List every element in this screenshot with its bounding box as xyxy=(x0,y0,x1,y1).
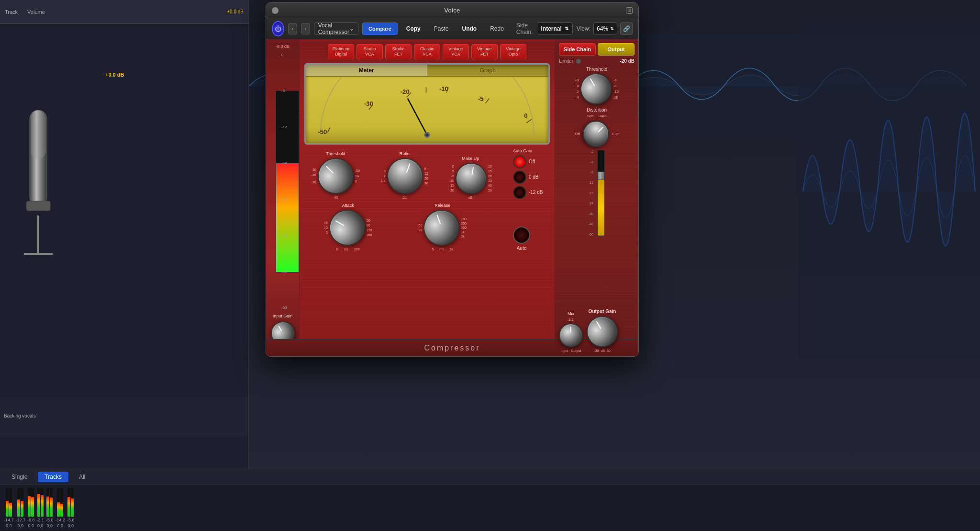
sidechain-tab[interactable]: Side Chain xyxy=(559,43,596,56)
svg-rect-4 xyxy=(26,201,50,211)
meter-fill-3l xyxy=(28,496,31,517)
auto-gain-led-3[interactable] xyxy=(513,186,526,199)
input-gain-label: Input Gain xyxy=(273,314,293,318)
sidechain-area: Side Chain: Internal ⇅ xyxy=(516,22,573,35)
svg-line-11 xyxy=(328,127,330,132)
meter-group-2: -12.7 0,0 xyxy=(16,488,26,528)
meter-bar-4r xyxy=(41,488,44,517)
attack-knob[interactable] xyxy=(323,203,371,252)
release-label: Release xyxy=(434,203,450,208)
meter-bar-6r xyxy=(60,488,63,517)
auto-gain-led-1[interactable] xyxy=(513,155,526,169)
expand-button[interactable]: ⊡ xyxy=(626,7,633,14)
output-fader-thumb[interactable] xyxy=(597,171,605,180)
level-indicator: +0.0 dB xyxy=(105,72,124,78)
auto-gain-0db-row: 0 dB xyxy=(513,170,539,184)
meter-fill-4r xyxy=(41,495,44,517)
auto-gain-0db-label: 0 dB xyxy=(529,174,539,180)
paste-button[interactable]: Paste xyxy=(429,23,454,35)
meter-val-5b: 0,0 xyxy=(47,523,53,528)
auto-gain-12db-label: -12 dB xyxy=(529,190,543,195)
sidechain-select[interactable]: Internal ⇅ xyxy=(537,23,573,35)
auto-gain-12db-row: -12 dB xyxy=(513,186,543,199)
meter-bar-1r xyxy=(9,488,12,517)
meter-fill-6r xyxy=(60,504,63,517)
limiter-row: Limiter -20 dB xyxy=(559,58,635,64)
waveform-right xyxy=(798,24,980,359)
meter-bar-7l xyxy=(67,488,70,517)
meter-bar-2r xyxy=(21,488,23,517)
view-arrows-icon: ⇅ xyxy=(610,26,614,31)
preset-selector[interactable]: Vocal Compressor ⌄ xyxy=(314,23,358,35)
close-button[interactable] xyxy=(272,7,278,14)
window-title: Voice xyxy=(444,7,460,14)
vu-meter-body: -50 -30 -20 -10 -5 0 xyxy=(306,77,548,140)
auto-button[interactable] xyxy=(513,226,530,244)
preset-vintage-fet[interactable]: Vintage FET xyxy=(471,44,498,59)
prev-button[interactable]: ‹ xyxy=(288,23,297,34)
undo-button[interactable]: Undo xyxy=(457,23,481,35)
daw-tab-all[interactable]: All xyxy=(72,472,92,482)
track-row-backing: Backing vocals xyxy=(0,397,248,435)
preset-studio-fet[interactable]: Studio FET xyxy=(385,44,412,59)
distortion-knob[interactable] xyxy=(577,115,614,153)
auto-label: Auto xyxy=(517,246,527,251)
limiter-label: Limiter xyxy=(559,58,573,64)
limiter-value: -20 dB xyxy=(620,58,635,64)
daw-tab-tracks[interactable]: Tracks xyxy=(38,472,68,482)
preset-studio-vca[interactable]: Studio VCA xyxy=(356,44,383,59)
right-threshold-knob[interactable] xyxy=(575,68,618,110)
ratio-group: Ratio 3 2 1.4 8 12 20 30 xyxy=(381,151,428,199)
track-header-label: Track xyxy=(5,9,18,15)
meter-tab[interactable]: Meter xyxy=(306,65,427,76)
compare-button[interactable]: Compare xyxy=(362,23,398,35)
output-gain-knob[interactable] xyxy=(581,310,624,353)
next-button[interactable]: › xyxy=(301,23,310,34)
meter-pair-2 xyxy=(17,488,23,517)
preset-vintage-opto[interactable]: Vintage Opto xyxy=(500,44,526,59)
meter-val-7b: 0,0 xyxy=(68,523,74,528)
output-scale-pos: 30 xyxy=(607,349,611,352)
copy-button[interactable]: Copy xyxy=(401,23,425,35)
dropdown-icon: ⌄ xyxy=(349,25,354,32)
release-group: Release 50 20 100 200 500 1k 2k xyxy=(418,203,466,251)
makeup-knob[interactable] xyxy=(453,160,489,196)
meter-fill-5r xyxy=(50,497,53,517)
svg-rect-3 xyxy=(31,111,46,159)
meter-pair-5 xyxy=(46,488,53,517)
power-button[interactable]: ⏻ xyxy=(272,21,284,36)
meter-group-6: -14.2 0,0 xyxy=(56,488,66,528)
meter-fill-5l xyxy=(46,497,49,517)
footer-title: Compressor xyxy=(424,344,480,352)
preset-platinum[interactable]: Platinum Digital xyxy=(328,44,354,59)
threshold-knob[interactable] xyxy=(310,150,361,201)
track-header: Track Volume +0.0 dB xyxy=(0,0,248,24)
meter-pair-1 xyxy=(6,488,12,517)
svg-line-17 xyxy=(526,119,531,123)
mix-output-group: Mix 1:1 Input Output Output Gain -30 dB … xyxy=(559,309,635,352)
link-button[interactable]: 🔗 xyxy=(620,23,633,35)
scale-minus30: -30 xyxy=(281,233,287,237)
output-tab[interactable]: Output xyxy=(598,43,635,56)
meter-group-5: -5.0 0,0 xyxy=(46,488,54,528)
mix-knob[interactable] xyxy=(559,323,583,347)
graph-tab[interactable]: Graph xyxy=(427,65,549,76)
release-knob[interactable] xyxy=(419,204,465,250)
distortion-off-label: Off xyxy=(575,132,580,136)
auto-gain-led-2[interactable] xyxy=(513,170,526,184)
attack-label: Attack xyxy=(342,203,354,208)
preset-vintage-vca[interactable]: Vintage VCA xyxy=(443,44,469,59)
meter-bar-5l xyxy=(46,488,49,517)
daw-bottom-tabs: Single Tracks All xyxy=(0,469,980,485)
meter-pair-7 xyxy=(67,488,74,517)
view-select[interactable]: 64% ⇅ xyxy=(593,23,617,35)
daw-bottom-bar: Single Tracks All -14.7 0,0 xyxy=(0,469,980,531)
ratio-knob[interactable] xyxy=(382,153,428,199)
redo-button[interactable]: Redo xyxy=(485,23,509,35)
preset-buttons-row: Platinum Digital Studio VCA Studio FET C… xyxy=(304,44,550,59)
sidechain-arrows-icon: ⇅ xyxy=(565,26,568,31)
daw-tab-single[interactable]: Single xyxy=(5,472,34,482)
preset-classic-vca[interactable]: Classic VCA xyxy=(414,44,440,59)
scale-minus40: -40 xyxy=(281,270,287,274)
svg-line-16 xyxy=(485,98,489,103)
